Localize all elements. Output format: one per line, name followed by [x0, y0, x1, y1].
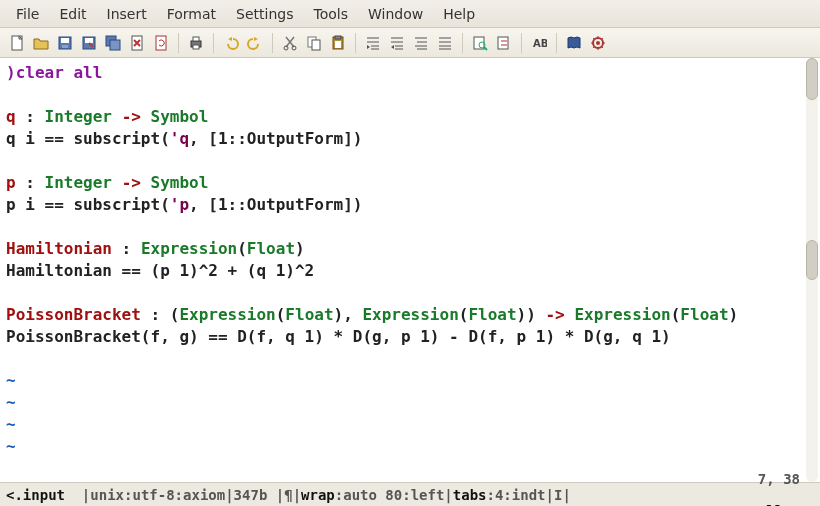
code-line	[6, 282, 814, 304]
code-line	[6, 216, 814, 238]
open-icon[interactable]	[30, 32, 52, 54]
reload-icon[interactable]	[150, 32, 172, 54]
menu-window[interactable]: Window	[358, 0, 433, 28]
save-all-icon[interactable]	[102, 32, 124, 54]
status-sep: |	[293, 487, 301, 503]
find-replace-icon[interactable]	[493, 32, 515, 54]
toolbar-separator	[272, 33, 273, 53]
menu-format[interactable]: Format	[157, 0, 226, 28]
status-line-col: 7, 38	[758, 471, 800, 487]
menu-file[interactable]: File	[6, 0, 49, 28]
save-as-icon[interactable]	[78, 32, 100, 54]
menu-insert[interactable]: Insert	[97, 0, 157, 28]
code-line: ~	[6, 392, 814, 414]
find-icon[interactable]	[469, 32, 491, 54]
menu-settings[interactable]: Settings	[226, 0, 303, 28]
status-sep: |	[562, 487, 570, 503]
code-line: q i == subscript('q, [1::OutputForm])	[6, 128, 814, 150]
book-icon[interactable]	[563, 32, 585, 54]
pilcrow-icon: ¶	[284, 487, 292, 503]
copy-icon[interactable]	[303, 32, 325, 54]
svg-rect-16	[312, 40, 320, 50]
menu-edit[interactable]: Edit	[49, 0, 96, 28]
paste-icon[interactable]	[327, 32, 349, 54]
status-position: All	[758, 503, 783, 507]
comment-icon[interactable]	[410, 32, 432, 54]
svg-rect-11	[193, 37, 199, 41]
svg-rect-20	[474, 37, 484, 49]
toolbar-separator	[355, 33, 356, 53]
status-sep: |	[225, 487, 233, 503]
code-line	[6, 150, 814, 172]
menu-tools[interactable]: Tools	[303, 0, 358, 28]
status-wrap-label: wrap	[301, 487, 335, 503]
toolbar-separator	[462, 33, 463, 53]
status-sep: |	[444, 487, 452, 503]
redo-icon[interactable]	[244, 32, 266, 54]
new-icon[interactable]	[6, 32, 28, 54]
code-line: )clear all	[6, 62, 814, 84]
undo-icon[interactable]	[220, 32, 242, 54]
svg-text:AB: AB	[533, 38, 547, 49]
code-line: Hamiltonian == (p 1)^2 + (q 1)^2	[6, 260, 814, 282]
status-size: 347b	[234, 487, 268, 503]
editor-content[interactable]: )clear all q : Integer -> Symbolq i == s…	[0, 58, 820, 462]
vertical-scrollbar[interactable]	[806, 58, 818, 482]
goto-icon[interactable]: AB	[528, 32, 550, 54]
svg-rect-12	[193, 45, 199, 49]
outdent-icon[interactable]	[386, 32, 408, 54]
svg-point-25	[596, 41, 600, 45]
code-line: ~	[6, 414, 814, 436]
code-line: p i == subscript('p, [1::OutputForm])	[6, 194, 814, 216]
status-sep: |	[65, 487, 90, 503]
svg-rect-18	[335, 36, 341, 39]
status-sep: |	[267, 487, 284, 503]
status-tabs-val: :4:indt	[487, 487, 546, 503]
toolbar-separator	[556, 33, 557, 53]
menubar: FileEditInsertFormatSettingsToolsWindowH…	[0, 0, 820, 28]
svg-rect-5	[85, 38, 93, 43]
code-line: ~	[6, 436, 814, 458]
svg-rect-3	[62, 45, 68, 48]
statusbar: <.input | unix:utf-8:axiom | 347b | ¶ | …	[0, 482, 820, 506]
uncomment-icon[interactable]	[434, 32, 456, 54]
code-line: PoissonBracket : (Expression(Float), Exp…	[6, 304, 814, 326]
save-icon[interactable]	[54, 32, 76, 54]
code-line: Hamiltonian : Expression(Float)	[6, 238, 814, 260]
status-mode: I	[554, 487, 562, 503]
toolbar-separator	[521, 33, 522, 53]
svg-rect-2	[61, 38, 69, 43]
code-line	[6, 84, 814, 106]
print-icon[interactable]	[185, 32, 207, 54]
svg-rect-19	[335, 41, 341, 48]
gear-icon[interactable]	[587, 32, 609, 54]
code-line	[6, 348, 814, 370]
toolbar-separator	[178, 33, 179, 53]
toolbar-separator	[213, 33, 214, 53]
status-sep: |	[546, 487, 554, 503]
scrollbar-thumb[interactable]	[806, 240, 818, 280]
editor-view[interactable]: )clear all q : Integer -> Symbolq i == s…	[0, 58, 820, 482]
status-tabs-label: tabs	[453, 487, 487, 503]
code-line: q : Integer -> Symbol	[6, 106, 814, 128]
scrollbar-thumb[interactable]	[806, 58, 818, 100]
close-icon[interactable]	[126, 32, 148, 54]
code-line: ~	[6, 370, 814, 392]
indent-icon[interactable]	[362, 32, 384, 54]
code-line: p : Integer -> Symbol	[6, 172, 814, 194]
svg-rect-7	[110, 40, 120, 50]
cut-icon[interactable]	[279, 32, 301, 54]
svg-rect-22	[498, 37, 508, 49]
code-line: PoissonBracket(f, g) == D(f, q 1) * D(g,…	[6, 326, 814, 348]
menu-help[interactable]: Help	[433, 0, 485, 28]
status-wrap-val: :auto 80:left	[335, 487, 445, 503]
status-filetype: <.input	[6, 487, 65, 503]
toolbar: AB	[0, 28, 820, 58]
status-encoding: unix:utf-8:axiom	[90, 487, 225, 503]
